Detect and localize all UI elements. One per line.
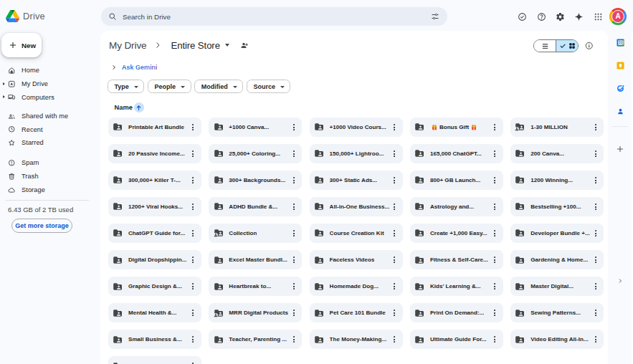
- svg-text:31: 31: [618, 40, 622, 44]
